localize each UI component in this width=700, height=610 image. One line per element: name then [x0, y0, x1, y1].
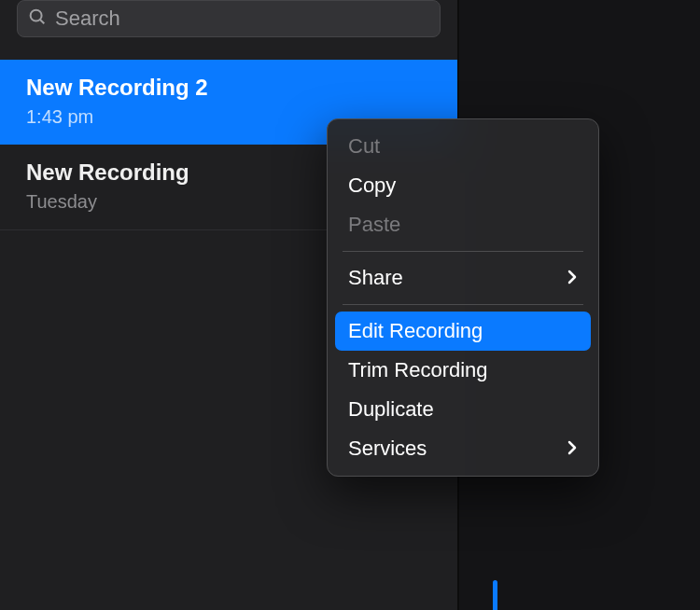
menu-item-label: Services: [348, 437, 427, 461]
menu-item-label: Copy: [348, 173, 396, 198]
menu-item-cut: Cut: [335, 127, 591, 166]
menu-item-share[interactable]: Share: [335, 258, 591, 298]
menu-item-label: Edit Recording: [348, 319, 483, 343]
context-menu: Cut Copy Paste Share Edit Recording Trim…: [327, 118, 599, 477]
svg-point-0: [31, 10, 42, 21]
menu-separator: [343, 304, 583, 305]
menu-item-paste: Paste: [335, 205, 591, 244]
svg-line-1: [40, 20, 44, 23]
search-icon: [27, 7, 48, 31]
menu-separator: [343, 251, 583, 252]
menu-item-duplicate[interactable]: Duplicate: [335, 390, 591, 429]
menu-item-label: Paste: [348, 213, 400, 237]
menu-item-label: Trim Recording: [348, 358, 488, 382]
menu-item-trim-recording[interactable]: Trim Recording: [335, 351, 591, 390]
chevron-right-icon: [567, 266, 578, 290]
menu-item-label: Duplicate: [348, 397, 434, 422]
search-input[interactable]: [55, 7, 430, 31]
playhead-indicator[interactable]: [493, 580, 497, 610]
menu-item-label: Cut: [348, 134, 380, 159]
search-field[interactable]: [17, 0, 441, 37]
menu-item-label: Share: [348, 266, 403, 290]
menu-item-copy[interactable]: Copy: [335, 166, 591, 205]
menu-item-edit-recording[interactable]: Edit Recording: [335, 312, 591, 351]
chevron-right-icon: [567, 437, 578, 461]
recording-title: New Recording 2: [26, 75, 431, 101]
menu-item-services[interactable]: Services: [335, 429, 591, 468]
